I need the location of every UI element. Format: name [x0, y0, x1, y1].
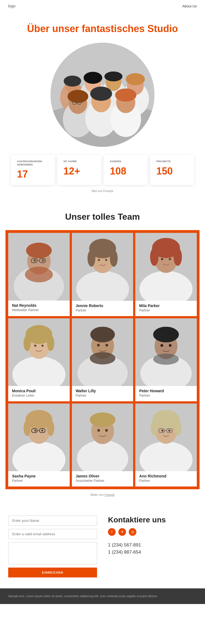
team-card: Walter Lilly Partner [72, 318, 133, 401]
svg-point-65 [97, 344, 100, 346]
svg-point-42 [98, 259, 100, 261]
svg-point-73 [169, 344, 172, 347]
team-member-photo [72, 318, 133, 386]
team-member-info: Ann Richmond Partner [135, 471, 197, 486]
svg-point-16 [68, 90, 88, 103]
svg-point-78 [24, 420, 31, 436]
svg-point-58 [34, 344, 36, 347]
contact-form: EINREICHEN [8, 516, 97, 577]
team-member-role: Partner [76, 308, 130, 312]
svg-point-48 [150, 248, 159, 266]
team-card: Ann Richmond Partner [135, 403, 197, 486]
social-icons: f ✦ ◎ [108, 528, 197, 536]
stat-projects: PROJEKTE 150 [150, 155, 194, 185]
team-member-info: Monica Pouli Kreativer Leiter [8, 386, 70, 401]
about-us-nav[interactable]: About Us [182, 4, 197, 8]
team-member-name: Jennie Roberts [76, 304, 130, 308]
team-member-info: Peter Howard Partner [135, 386, 197, 401]
team-card: James Oliver Assoziierter Partner [72, 403, 133, 486]
svg-point-101 [168, 430, 170, 431]
team-card: Jennie Roberts Partner [72, 233, 133, 316]
footer-text: Sample text. Lorem ipsum dolor sit amet,… [8, 594, 197, 599]
team-title: Unser tolles Team [5, 212, 200, 222]
facebook-icon[interactable]: f [108, 528, 116, 536]
svg-point-50 [161, 258, 163, 260]
svg-point-79 [47, 420, 54, 436]
svg-point-71 [153, 353, 179, 365]
hero-freepik-credit: Bild von Freepik [92, 189, 113, 193]
svg-point-56 [24, 335, 31, 351]
team-member-role: Partner [139, 479, 193, 483]
svg-point-10 [104, 71, 122, 81]
logo: logo [8, 4, 15, 8]
svg-point-43 [105, 259, 107, 261]
team-member-role: Partner [139, 308, 193, 312]
message-textarea[interactable] [8, 542, 97, 564]
stat-years-value: 12+ [63, 165, 95, 177]
team-member-info: Nat Reynolds Weltweiter Partner [8, 300, 70, 316]
team-member-info: Walter Lilly Partner [72, 386, 133, 401]
stat-awards: AUSZEICHNUNGEN GEWONNEN 17 [11, 155, 55, 185]
submit-button[interactable]: EINREICHEN [8, 568, 97, 577]
email-input[interactable] [8, 529, 97, 539]
svg-point-22 [115, 88, 136, 102]
stat-projects-label: PROJEKTE [156, 160, 188, 163]
stat-years-label: XP JAHRE [63, 160, 95, 163]
team-member-photo [135, 318, 197, 386]
svg-point-49 [174, 248, 182, 266]
team-member-name: Mila Parker [139, 304, 193, 308]
phone-2: 1 (234) 987-654 [108, 549, 197, 555]
freepik-link[interactable]: Freepik [105, 493, 115, 496]
instagram-icon[interactable]: ◎ [129, 528, 136, 536]
svg-point-57 [47, 335, 54, 351]
svg-point-30 [25, 267, 53, 282]
svg-point-51 [169, 258, 171, 260]
team-member-photo [135, 403, 197, 471]
team-member-info: Sasha Payne Partner [8, 471, 70, 486]
svg-point-31 [33, 259, 36, 262]
svg-point-100 [162, 430, 163, 431]
svg-point-29 [26, 243, 52, 258]
team-member-name: James Oliver [76, 474, 130, 478]
svg-point-90 [105, 429, 108, 432]
svg-point-4 [64, 76, 81, 87]
team-freepik-credit: Bilder von Freepik [5, 493, 200, 496]
svg-point-88 [90, 412, 115, 427]
svg-point-72 [160, 344, 163, 347]
hero-image [51, 43, 154, 147]
site-footer: Sample text. Lorem ipsum dolor sit amet,… [0, 588, 205, 604]
svg-point-59 [42, 344, 44, 347]
team-section: Unser tolles Team Nat Reynolds Weltweite… [0, 198, 205, 504]
svg-point-83 [34, 430, 36, 431]
svg-point-66 [105, 344, 108, 346]
team-member-name: Monica Pouli [12, 389, 66, 393]
svg-point-84 [41, 430, 43, 431]
stat-awards-label: AUSZEICHNUNGEN GEWONNEN [17, 160, 49, 166]
team-grid: Nat Reynolds Weltweiter Partner Jennie R… [5, 230, 200, 489]
team-member-role: Partner [139, 394, 193, 397]
svg-point-41 [110, 250, 118, 267]
team-member-photo [8, 318, 70, 386]
contact-title: Kontaktiere uns [108, 516, 197, 524]
team-card: Sasha Payne Partner [8, 403, 70, 486]
name-input[interactable] [8, 516, 97, 526]
team-member-photo [8, 233, 70, 300]
svg-point-19 [90, 87, 112, 101]
svg-point-32 [42, 259, 45, 262]
stat-clients: KUNDEN 108 [104, 155, 148, 185]
twitter-icon[interactable]: ✦ [118, 528, 126, 536]
team-member-name: Nat Reynolds [12, 303, 66, 308]
team-member-role: Assoziierter Partner [76, 479, 130, 483]
team-member-info: James Oliver Assoziierter Partner [72, 471, 133, 486]
site-header: logo About Us [0, 0, 205, 12]
svg-point-70 [153, 327, 179, 342]
team-member-role: Partner [76, 394, 130, 397]
svg-point-40 [87, 250, 95, 267]
contact-section: EINREICHEN Kontaktiere uns f ✦ ◎ 1 (234)… [0, 505, 205, 588]
stats-container: AUSZEICHNUNGEN GEWONNEN 17 XP JAHRE 12+ … [8, 155, 197, 185]
team-member-role: Kreativer Leiter [12, 394, 66, 397]
team-member-photo [135, 233, 197, 300]
team-member-photo [8, 403, 70, 471]
svg-point-89 [97, 429, 100, 432]
team-member-name: Sasha Payne [12, 474, 66, 478]
